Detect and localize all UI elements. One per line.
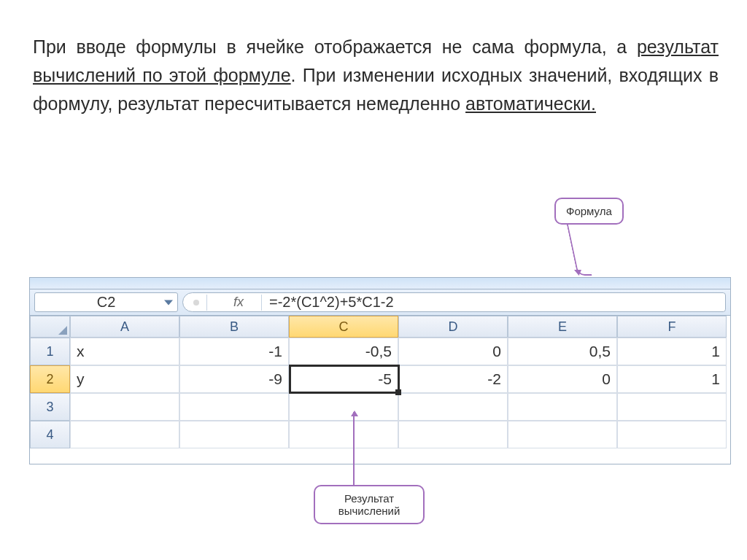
cell-D4[interactable] <box>398 421 508 448</box>
explanation-paragraph: При вводе формулы в ячейке отображается … <box>33 33 719 117</box>
col-header-D[interactable]: D <box>398 316 508 338</box>
cell-D1[interactable]: 0 <box>398 338 508 365</box>
formula-bar-row: C2 fx =-2*(C1^2)+5*C1-2 <box>30 289 730 316</box>
cell-C4[interactable] <box>289 421 398 448</box>
row-header-1[interactable]: 1 <box>30 338 70 365</box>
formula-bar[interactable]: fx =-2*(C1^2)+5*C1-2 <box>182 292 726 312</box>
col-header-F[interactable]: F <box>617 316 727 338</box>
cell-E1[interactable]: 0,5 <box>508 338 617 365</box>
cell-A3[interactable] <box>70 393 179 421</box>
formula-bar-input[interactable]: =-2*(C1^2)+5*C1-2 <box>269 294 394 311</box>
cell-B2[interactable]: -9 <box>179 365 289 393</box>
chevron-down-icon[interactable] <box>164 300 173 305</box>
cell-F1[interactable]: 1 <box>617 338 727 365</box>
name-box-value: C2 <box>97 294 116 311</box>
col-header-C[interactable]: C <box>289 316 398 338</box>
fx-icon[interactable]: fx <box>233 295 244 310</box>
cell-F4[interactable] <box>617 421 727 448</box>
result-callout-pointer <box>353 412 355 485</box>
result-callout-line1: Результат <box>325 492 413 505</box>
divider <box>206 295 207 311</box>
col-header-E[interactable]: E <box>508 316 617 338</box>
formula-callout-pointer <box>566 223 592 276</box>
col-header-A[interactable]: A <box>70 316 179 338</box>
cell-E2[interactable]: 0 <box>508 365 617 393</box>
cell-A1[interactable]: x <box>70 338 179 365</box>
cell-B3[interactable] <box>179 393 289 421</box>
cell-D3[interactable] <box>398 393 508 421</box>
col-header-B[interactable]: B <box>179 316 289 338</box>
row-header-2[interactable]: 2 <box>30 365 70 393</box>
row-header-4[interactable]: 4 <box>30 421 70 448</box>
spreadsheet-grid[interactable]: A B C D E F 1 x -1 -0,5 0 0,5 1 2 y -9 -… <box>30 316 730 448</box>
cell-F3[interactable] <box>617 393 727 421</box>
cell-D2[interactable]: -2 <box>398 365 508 393</box>
cell-E4[interactable] <box>508 421 617 448</box>
result-callout: Результат вычислений <box>314 485 425 524</box>
name-box[interactable]: C2 <box>34 292 178 312</box>
cell-C2[interactable]: -5 <box>289 365 398 393</box>
select-all-corner[interactable] <box>30 316 70 338</box>
cell-F2[interactable]: 1 <box>617 365 727 393</box>
text-underline2: автоматически. <box>465 93 596 114</box>
cell-C3[interactable] <box>289 393 398 421</box>
cell-B1[interactable]: -1 <box>179 338 289 365</box>
formula-callout: Формула <box>554 198 624 225</box>
cell-E3[interactable] <box>508 393 617 421</box>
text-part1: При вводе формулы в ячейке отображается … <box>33 36 637 57</box>
divider <box>261 295 262 311</box>
excel-toolstrip <box>30 278 730 289</box>
formula-callout-label: Формула <box>566 205 612 217</box>
formula-bar-dot-icon <box>193 300 199 306</box>
cell-A2[interactable]: y <box>70 365 179 393</box>
cell-C1[interactable]: -0,5 <box>289 338 398 365</box>
result-callout-line2: вычислений <box>325 505 413 517</box>
cell-A4[interactable] <box>70 421 179 448</box>
excel-screenshot: C2 fx =-2*(C1^2)+5*C1-2 A B C D E F 1 x <box>29 277 731 464</box>
cell-B4[interactable] <box>179 421 289 448</box>
row-header-3[interactable]: 3 <box>30 393 70 421</box>
